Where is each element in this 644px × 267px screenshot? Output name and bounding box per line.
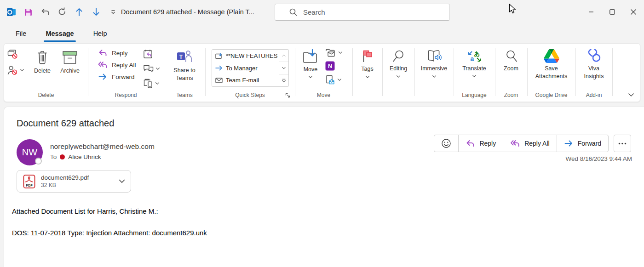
group-label-move: Move — [295, 92, 352, 98]
forward-button[interactable]: Forward — [98, 73, 136, 80]
svg-text:T: T — [179, 54, 183, 60]
gallery-scroll-down[interactable] — [279, 62, 288, 74]
move-folder-icon — [302, 49, 319, 64]
svg-text:a: a — [470, 55, 474, 62]
reactions-button[interactable] — [434, 135, 458, 152]
share-to-teams-button[interactable]: T Share to Teams — [164, 44, 205, 82]
svg-text:PDF: PDF — [26, 183, 33, 187]
viva-insights-button[interactable]: Viva Insights — [575, 44, 612, 80]
ignore-icon — [7, 49, 18, 59]
reply-button-header[interactable]: Reply — [458, 135, 503, 152]
forward-arrow-icon — [98, 73, 108, 80]
actions-button[interactable] — [325, 75, 343, 85]
block-sender-button[interactable] — [7, 65, 24, 75]
zoom-button[interactable]: Zoom — [495, 44, 527, 73]
immersive-button[interactable]: Immersive — [414, 44, 454, 78]
reply-all-button-header[interactable]: Reply All — [503, 135, 556, 152]
translate-button[interactable]: a あ Translate — [454, 44, 495, 78]
recipient-name[interactable]: Alice Uhrick — [68, 153, 101, 160]
chat-bubbles-icon — [143, 64, 154, 73]
maximize-button[interactable] — [602, 0, 623, 24]
undo-icon[interactable] — [40, 6, 51, 17]
tab-help[interactable]: Help — [87, 24, 114, 43]
message-body-line-1: Attached Document List for Harris, Chris… — [12, 207, 158, 215]
ribbon-group-tags: Tags — [352, 44, 382, 102]
gallery-more[interactable] — [279, 74, 288, 86]
flag-icon — [361, 50, 374, 63]
outlook-message-window: Document 629 attached - Message (Plain T… — [0, 0, 644, 267]
reply-with-meeting-button[interactable] — [143, 49, 153, 59]
attachment-card[interactable]: PDF document629.pdf 32 KB — [17, 170, 131, 193]
forward-button-header[interactable]: Forward — [557, 135, 608, 152]
chevron-down-icon — [365, 75, 370, 79]
quick-steps-gallery: **NEW FEATURES To Manager Team E-ma — [212, 49, 289, 87]
attachment-options-chevron-icon[interactable] — [119, 179, 125, 183]
title-bar: Document 629 attached - Message (Plain T… — [0, 0, 644, 24]
immersive-reader-icon — [426, 50, 442, 62]
group-label-addin: Add-in — [575, 92, 612, 98]
tab-message[interactable]: Message — [39, 24, 80, 43]
quick-steps-dialog-launcher[interactable] — [285, 92, 291, 98]
reply-arrow-icon — [98, 49, 108, 57]
gallery-scroll-up[interactable] — [279, 50, 288, 62]
sender-email[interactable]: noreplywebchart@med-web.com — [50, 142, 155, 151]
move-up-icon[interactable] — [74, 6, 85, 17]
search-icon — [289, 8, 298, 17]
reading-pane: Document 629 attached NW noreplywebchart… — [4, 107, 644, 267]
message-body-line-2: DOS: 11-07-2018 Type: Injection Attachme… — [12, 229, 207, 237]
save-attachments-button[interactable]: Save Attachments — [527, 44, 575, 80]
editing-button[interactable]: Editing — [382, 44, 414, 78]
magnifier-icon — [392, 50, 405, 62]
ribbon-group-teams: T Share to Teams Teams — [164, 44, 205, 102]
rules-button[interactable] — [325, 48, 343, 57]
group-label-language: Language — [454, 92, 495, 98]
onenote-button[interactable]: N — [325, 61, 343, 71]
reply-button[interactable]: Reply — [98, 49, 136, 57]
reply-with-im-button[interactable] — [143, 64, 160, 73]
tab-file[interactable]: File — [9, 24, 33, 43]
close-button[interactable] — [623, 0, 644, 24]
ribbon-group-move: Move N — [295, 44, 352, 102]
device-icon — [143, 79, 153, 88]
translate-icon: a あ — [467, 50, 482, 63]
window-title: Document 629 attached - Message (Plain T… — [121, 0, 254, 24]
delete-button[interactable]: Delete — [30, 44, 55, 75]
group-label-teams: Teams — [164, 92, 205, 98]
smiley-icon — [441, 138, 451, 148]
tags-button[interactable]: Tags — [352, 44, 382, 79]
outlook-app-icon[interactable] — [6, 6, 17, 17]
google-drive-icon — [544, 49, 559, 63]
send-to-phone-button[interactable] — [143, 79, 160, 88]
customize-toolbar-chevron-icon[interactable] — [108, 6, 119, 17]
quick-step-team-email[interactable]: Team E-mail — [212, 74, 279, 86]
message-subject: Document 629 attached — [17, 118, 114, 129]
ribbon-group-respond: Reply Reply All Forward — [88, 44, 164, 102]
group-label-quick-steps: Quick Steps — [205, 92, 295, 98]
chevron-down-icon — [337, 78, 342, 81]
rules-icon — [325, 48, 336, 57]
active-tab-underline — [44, 40, 75, 42]
save-icon[interactable] — [23, 6, 34, 17]
arrow-right-icon — [215, 65, 223, 71]
collapse-ribbon-button[interactable] — [628, 93, 634, 97]
ellipsis-icon — [618, 142, 627, 145]
ignore-button[interactable] — [7, 49, 24, 59]
minimize-button[interactable] — [581, 0, 602, 24]
ribbon-group-google-drive: Save Attachments Google Drive — [527, 44, 575, 102]
move-down-icon[interactable] — [91, 6, 102, 17]
quick-step-to-manager[interactable]: To Manager — [212, 62, 279, 74]
reply-all-button[interactable]: Reply All — [98, 61, 136, 68]
reply-all-arrow-icon — [98, 61, 108, 68]
chevron-down-icon — [432, 75, 437, 78]
quick-access-toolbar — [6, 0, 119, 24]
archive-button[interactable]: Archive — [56, 44, 84, 75]
more-actions-button[interactable] — [614, 135, 631, 152]
quick-step-new-features[interactable]: **NEW FEATURES — [212, 50, 279, 62]
redo-icon[interactable] — [57, 6, 68, 17]
chevron-down-icon — [396, 75, 401, 78]
ribbon-group-editing: Editing — [382, 44, 414, 102]
move-button[interactable]: Move — [298, 44, 323, 79]
search-input[interactable]: Search — [275, 4, 450, 21]
chevron-down-icon — [155, 67, 160, 70]
to-label: To — [50, 153, 57, 160]
